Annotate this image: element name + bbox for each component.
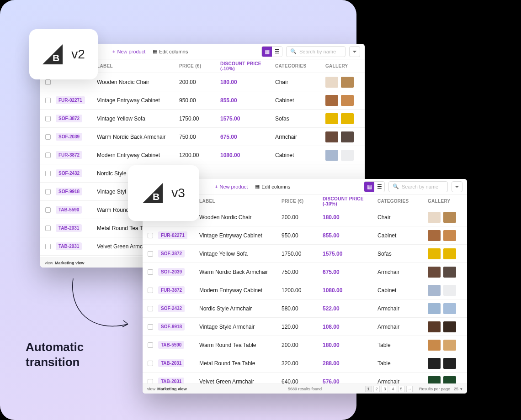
version-label: v3 [171,186,185,200]
row-checkbox[interactable] [148,324,153,330]
gallery-thumb[interactable] [325,113,338,124]
col-discount: DISCOUNT PRICE (-10%) [323,196,377,206]
table-row[interactable]: FUR-02271Vintage Entryway Cabinet950.008… [143,226,467,245]
row-checkbox[interactable] [148,233,153,238]
gallery-thumb[interactable] [341,113,354,124]
row-checkbox[interactable] [45,189,51,194]
row-checkbox[interactable] [45,226,51,231]
table-row[interactable]: SOF-2432Nordic Style Armchair580.00522.0… [143,299,467,318]
results-per-page-value[interactable]: 25 [454,387,458,391]
discount-cell: 180.00 [220,79,275,85]
gallery-thumb[interactable] [443,285,456,296]
gallery-thumb[interactable] [325,131,338,142]
filter-button[interactable]: ⏷ [349,46,360,57]
category-cell: Sofas [377,251,423,257]
gallery-thumb[interactable] [428,285,441,296]
edit-columns-button[interactable]: ▦ Edit columns [149,47,191,56]
view-list-button[interactable]: ☰ [374,182,384,192]
row-checkbox[interactable] [148,251,153,257]
product-label: Vintage Yellow Sofa [97,116,179,122]
filter-button[interactable]: ⏷ [452,181,463,192]
table-row[interactable]: SOF-2039Warm Nordic Back Armchair750.006… [40,128,365,146]
row-checkbox[interactable] [45,79,51,85]
gallery-thumb[interactable] [341,131,354,142]
row-checkbox[interactable] [45,134,51,140]
page-4[interactable]: 4 [390,386,396,392]
row-checkbox[interactable] [45,171,51,176]
gallery-thumb[interactable] [341,77,354,88]
row-checkbox[interactable] [148,269,153,275]
gallery-cell [321,77,365,88]
category-cell: Table [377,360,423,367]
page-3[interactable]: 3 [382,386,388,392]
table-row[interactable]: SOF-9918Vintage Style Armchair120.00108.… [143,318,467,336]
gallery-thumb[interactable] [341,150,354,161]
gallery-thumb[interactable] [325,150,338,161]
page-5[interactable]: 5 [398,386,404,392]
row-checkbox[interactable] [45,116,51,121]
gallery-thumb[interactable] [428,340,441,351]
table-row[interactable]: FUR-3872Modern Entryway Cabinet1200.0010… [40,146,365,164]
gallery-thumb[interactable] [443,230,456,241]
gallery-thumb[interactable] [443,248,456,259]
view-list-button[interactable]: ☰ [272,47,282,57]
row-checkbox[interactable] [45,98,51,103]
gallery-thumb[interactable] [428,321,441,332]
table-row[interactable]: TAB-2031Metal Round Tea Table320.00288.0… [143,354,467,373]
gallery-cell [423,340,467,351]
gallery-thumb[interactable] [443,340,456,351]
price-cell: 750.00 [179,134,220,140]
page-1[interactable]: 1 [365,386,372,392]
gallery-thumb[interactable] [325,95,338,106]
version-badge-v3: B v3 [128,165,199,221]
search-input[interactable]: 🔍 Search by name [388,181,448,192]
row-checkbox[interactable] [45,244,51,249]
gallery-thumb[interactable] [443,212,456,223]
table-row[interactable]: SOF-2039Warm Nordic Back Armchair750.006… [143,263,467,281]
row-checkbox[interactable] [45,152,51,158]
new-product-button[interactable]: + New product [109,47,149,56]
gallery-thumb[interactable] [341,95,354,106]
col-gallery: GALLERY [321,63,365,68]
table-row[interactable]: SOF-3872Vintage Yellow Sofa1750.001575.0… [143,245,467,263]
row-checkbox[interactable] [148,361,153,366]
search-input[interactable]: 🔍 Search by name [286,46,346,57]
page-next[interactable]: → [406,386,413,392]
row-checkbox[interactable] [148,342,153,348]
category-cell: Armchair [377,305,423,312]
new-product-button[interactable]: + New product [211,182,251,191]
price-cell: 1750.00 [179,116,220,122]
table-row[interactable]: FUR-02271Vintage Entryway Cabinet950.008… [40,91,365,110]
edit-columns-button[interactable]: ▦ Edit columns [251,182,294,191]
gallery-thumb[interactable] [428,303,441,314]
gallery-cell [423,321,467,332]
row-checkbox[interactable] [148,288,153,293]
gallery-thumb[interactable] [428,267,441,278]
gallery-thumb[interactable] [325,77,338,88]
category-cell: Cabinet [377,287,423,294]
pager: 1 2 3 4 5 → Results per page 25 ▾ [365,386,463,392]
table-row[interactable]: FUR-3872Modern Entryway Cabinet1200.0010… [143,281,467,299]
page-2[interactable]: 2 [373,386,380,392]
gallery-thumb[interactable] [443,358,456,369]
chevron-down-icon: ▾ [460,387,463,391]
gallery-thumb[interactable] [428,358,441,369]
sku-pill: SOF-3872 [158,250,185,257]
row-checkbox[interactable] [45,207,51,213]
view-grid-button[interactable]: ▦ [262,47,272,57]
col-categories: CATEGORIES [275,63,321,68]
gallery-thumb[interactable] [443,303,456,314]
table-row[interactable]: SOF-3872Vintage Yellow Sofa1750.001575.0… [40,110,365,128]
gallery-thumb[interactable] [428,248,441,259]
gallery-thumb[interactable] [443,267,456,278]
gallery-thumb[interactable] [443,321,456,332]
view-grid-button[interactable]: ▦ [364,182,374,192]
category-cell: Cabinet [275,97,321,104]
plus-icon: + [215,184,218,189]
row-checkbox[interactable] [148,306,153,311]
table-row[interactable]: TAB-5590Warm Round Tea Table200.00180.00… [143,336,467,354]
gallery-thumb[interactable] [428,230,441,241]
discount-cell: 855.00 [323,232,377,239]
plus-icon: + [112,49,115,54]
gallery-thumb[interactable] [428,212,441,223]
